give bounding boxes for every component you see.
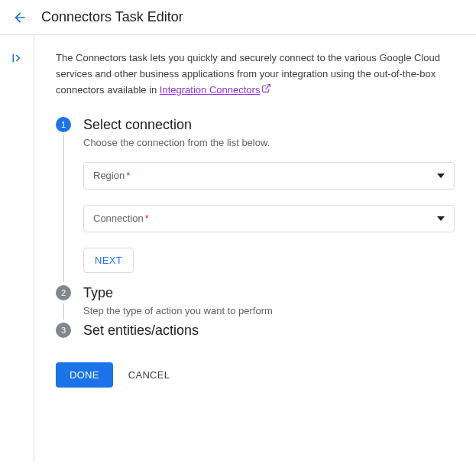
- done-button[interactable]: DONE: [56, 362, 113, 388]
- step-3: 3 Set entities/actions: [56, 323, 455, 349]
- step-2-badge: 2: [56, 285, 71, 300]
- svg-line-1: [266, 84, 270, 89]
- step-3-badge: 3: [56, 323, 71, 338]
- step-1-subtitle: Choose the connection from the list belo…: [83, 137, 455, 148]
- step-2: 2 Type Step the type of action you want …: [56, 285, 455, 323]
- page-title: Connectors Task Editor: [41, 9, 183, 25]
- left-gutter: [0, 35, 34, 462]
- step-connector-line: [63, 135, 64, 282]
- step-2-title: Type: [83, 285, 455, 300]
- step-3-title: Set entities/actions: [83, 323, 455, 338]
- step-1: 1 Select connection Choose the connectio…: [56, 117, 455, 285]
- step-connector-line: [63, 303, 64, 320]
- chevron-down-icon: [437, 216, 445, 221]
- editor-header: Connectors Task Editor: [0, 0, 476, 35]
- region-label: Region*: [93, 170, 130, 181]
- region-select[interactable]: Region*: [83, 162, 455, 190]
- footer-actions: DONE CANCEL: [56, 362, 455, 388]
- panel-toggle-icon[interactable]: [11, 52, 23, 462]
- external-link-icon: [261, 83, 271, 99]
- connection-select[interactable]: Connection*: [83, 205, 455, 232]
- back-arrow-icon[interactable]: [12, 10, 28, 25]
- intro-text: The Connectors task lets you quickly and…: [56, 50, 455, 99]
- step-1-badge: 1: [56, 117, 71, 132]
- step-1-title: Select connection: [83, 117, 455, 132]
- integration-connectors-link[interactable]: Integration Connectors: [160, 84, 272, 96]
- main-content: The Connectors task lets you quickly and…: [34, 35, 476, 462]
- cancel-button[interactable]: CANCEL: [128, 369, 170, 381]
- connection-label: Connection*: [93, 213, 149, 224]
- step-2-subtitle: Step the type of action you want to perf…: [83, 305, 455, 316]
- chevron-down-icon: [437, 174, 445, 178]
- next-button[interactable]: NEXT: [83, 248, 134, 273]
